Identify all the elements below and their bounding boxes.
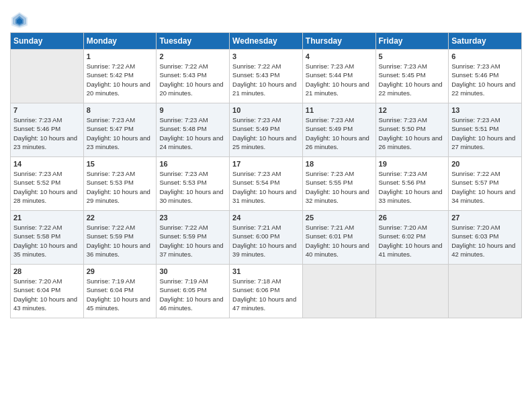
day-info: Sunrise: 7:22 AMSunset: 5:59 PMDaylight:…	[87, 223, 154, 259]
day-number: 4	[306, 52, 373, 60]
calendar-cell	[302, 265, 375, 318]
day-info: Sunrise: 7:23 AMSunset: 5:48 PMDaylight:…	[159, 116, 226, 151]
day-number: 30	[159, 267, 226, 275]
day-info: Sunrise: 7:20 AMSunset: 6:03 PMDaylight:…	[451, 223, 519, 259]
calendar-cell: 6Sunrise: 7:23 AMSunset: 5:46 PMDaylight…	[449, 50, 522, 103]
day-number: 15	[87, 160, 154, 168]
day-number: 11	[306, 106, 373, 114]
day-number: 21	[13, 214, 81, 222]
day-info: Sunrise: 7:21 AMSunset: 6:01 PMDaylight:…	[306, 223, 373, 259]
day-number: 29	[87, 267, 154, 275]
calendar-cell: 29Sunrise: 7:19 AMSunset: 6:04 PMDayligh…	[83, 265, 157, 318]
day-number: 17	[232, 160, 300, 168]
calendar-cell: 16Sunrise: 7:23 AMSunset: 5:53 PMDayligh…	[157, 157, 230, 211]
day-info: Sunrise: 7:23 AMSunset: 5:50 PMDaylight:…	[379, 116, 446, 151]
day-number: 9	[159, 106, 226, 114]
calendar-cell: 9Sunrise: 7:23 AMSunset: 5:48 PMDaylight…	[157, 103, 230, 157]
calendar-cell: 10Sunrise: 7:23 AMSunset: 5:49 PMDayligh…	[230, 103, 303, 157]
header-tuesday: Tuesday	[157, 33, 230, 50]
day-info: Sunrise: 7:19 AMSunset: 6:04 PMDaylight:…	[87, 277, 154, 312]
day-info: Sunrise: 7:22 AMSunset: 5:57 PMDaylight:…	[451, 169, 519, 205]
header-wednesday: Wednesday	[230, 33, 303, 50]
page-header	[10, 7, 522, 30]
calendar-cell: 24Sunrise: 7:21 AMSunset: 6:00 PMDayligh…	[230, 211, 303, 265]
day-number: 12	[379, 106, 446, 114]
day-number: 7	[13, 106, 81, 114]
day-number: 22	[87, 214, 154, 222]
calendar-cell: 30Sunrise: 7:19 AMSunset: 6:05 PMDayligh…	[157, 265, 230, 318]
day-number: 3	[232, 52, 300, 60]
calendar-cell: 27Sunrise: 7:20 AMSunset: 6:03 PMDayligh…	[449, 211, 522, 265]
day-info: Sunrise: 7:23 AMSunset: 5:53 PMDaylight:…	[159, 169, 226, 205]
calendar-cell: 18Sunrise: 7:23 AMSunset: 5:55 PMDayligh…	[302, 157, 375, 211]
logo	[10, 11, 32, 30]
day-number: 23	[159, 214, 226, 222]
header-saturday: Saturday	[449, 33, 522, 50]
day-info: Sunrise: 7:22 AMSunset: 5:43 PMDaylight:…	[232, 62, 300, 97]
calendar-cell: 21Sunrise: 7:22 AMSunset: 5:58 PMDayligh…	[11, 211, 84, 265]
calendar-cell: 2Sunrise: 7:22 AMSunset: 5:43 PMDaylight…	[157, 50, 230, 103]
calendar-cell: 25Sunrise: 7:21 AMSunset: 6:01 PMDayligh…	[302, 211, 375, 265]
calendar-cell: 12Sunrise: 7:23 AMSunset: 5:50 PMDayligh…	[375, 103, 449, 157]
header-sunday: Sunday	[11, 33, 84, 50]
calendar-week-4: 21Sunrise: 7:22 AMSunset: 5:58 PMDayligh…	[11, 211, 522, 265]
day-number: 1	[87, 52, 154, 60]
calendar-cell: 13Sunrise: 7:23 AMSunset: 5:51 PMDayligh…	[449, 103, 522, 157]
day-info: Sunrise: 7:20 AMSunset: 6:02 PMDaylight:…	[379, 223, 446, 259]
calendar-cell: 20Sunrise: 7:22 AMSunset: 5:57 PMDayligh…	[449, 157, 522, 211]
calendar-cell: 17Sunrise: 7:23 AMSunset: 5:54 PMDayligh…	[230, 157, 303, 211]
calendar-cell: 31Sunrise: 7:18 AMSunset: 6:06 PMDayligh…	[230, 265, 303, 318]
day-info: Sunrise: 7:20 AMSunset: 6:04 PMDaylight:…	[13, 277, 81, 312]
calendar-cell: 14Sunrise: 7:23 AMSunset: 5:52 PMDayligh…	[11, 157, 84, 211]
calendar-cell	[449, 265, 522, 318]
calendar-cell: 23Sunrise: 7:22 AMSunset: 5:59 PMDayligh…	[157, 211, 230, 265]
day-info: Sunrise: 7:22 AMSunset: 5:43 PMDaylight:…	[159, 62, 226, 97]
day-info: Sunrise: 7:23 AMSunset: 5:52 PMDaylight:…	[13, 169, 81, 205]
day-info: Sunrise: 7:23 AMSunset: 5:45 PMDaylight:…	[379, 62, 446, 97]
day-number: 24	[232, 214, 300, 222]
calendar-cell: 3Sunrise: 7:22 AMSunset: 5:43 PMDaylight…	[230, 50, 303, 103]
calendar-cell	[11, 50, 84, 103]
calendar-cell: 15Sunrise: 7:23 AMSunset: 5:53 PMDayligh…	[83, 157, 157, 211]
calendar-week-5: 28Sunrise: 7:20 AMSunset: 6:04 PMDayligh…	[11, 265, 522, 318]
day-number: 8	[87, 106, 154, 114]
day-number: 14	[13, 160, 81, 168]
calendar-week-1: 1Sunrise: 7:22 AMSunset: 5:42 PMDaylight…	[11, 50, 522, 103]
calendar-cell: 19Sunrise: 7:23 AMSunset: 5:56 PMDayligh…	[375, 157, 449, 211]
day-number: 28	[13, 267, 81, 275]
day-info: Sunrise: 7:23 AMSunset: 5:44 PMDaylight:…	[306, 62, 373, 97]
calendar-cell: 1Sunrise: 7:22 AMSunset: 5:42 PMDaylight…	[83, 50, 157, 103]
header-monday: Monday	[83, 33, 157, 50]
day-info: Sunrise: 7:23 AMSunset: 5:54 PMDaylight:…	[232, 169, 300, 205]
day-info: Sunrise: 7:22 AMSunset: 5:59 PMDaylight:…	[159, 223, 226, 259]
calendar-table: SundayMondayTuesdayWednesdayThursdayFrid…	[10, 32, 522, 318]
calendar-cell: 28Sunrise: 7:20 AMSunset: 6:04 PMDayligh…	[11, 265, 84, 318]
logo-icon	[10, 11, 29, 30]
day-info: Sunrise: 7:21 AMSunset: 6:00 PMDaylight:…	[232, 223, 300, 259]
day-info: Sunrise: 7:22 AMSunset: 5:42 PMDaylight:…	[87, 62, 154, 97]
calendar-cell	[375, 265, 449, 318]
calendar-cell: 8Sunrise: 7:23 AMSunset: 5:47 PMDaylight…	[83, 103, 157, 157]
day-info: Sunrise: 7:18 AMSunset: 6:06 PMDaylight:…	[232, 277, 300, 312]
day-number: 5	[379, 52, 446, 60]
day-number: 2	[159, 52, 226, 60]
day-info: Sunrise: 7:23 AMSunset: 5:49 PMDaylight:…	[232, 116, 300, 151]
day-number: 10	[232, 106, 300, 114]
day-info: Sunrise: 7:23 AMSunset: 5:53 PMDaylight:…	[87, 169, 154, 205]
calendar-cell: 4Sunrise: 7:23 AMSunset: 5:44 PMDaylight…	[302, 50, 375, 103]
day-number: 19	[379, 160, 446, 168]
calendar-cell: 7Sunrise: 7:23 AMSunset: 5:46 PMDaylight…	[11, 103, 84, 157]
header-friday: Friday	[375, 33, 449, 50]
day-number: 13	[451, 106, 519, 114]
day-number: 20	[451, 160, 519, 168]
day-info: Sunrise: 7:23 AMSunset: 5:46 PMDaylight:…	[451, 62, 519, 97]
day-number: 31	[232, 267, 300, 275]
calendar-cell: 22Sunrise: 7:22 AMSunset: 5:59 PMDayligh…	[83, 211, 157, 265]
day-info: Sunrise: 7:23 AMSunset: 5:55 PMDaylight:…	[306, 169, 373, 205]
calendar-week-3: 14Sunrise: 7:23 AMSunset: 5:52 PMDayligh…	[11, 157, 522, 211]
calendar-cell: 5Sunrise: 7:23 AMSunset: 5:45 PMDaylight…	[375, 50, 449, 103]
day-number: 6	[451, 52, 519, 60]
day-number: 26	[379, 214, 446, 222]
day-number: 16	[159, 160, 226, 168]
header-thursday: Thursday	[302, 33, 375, 50]
